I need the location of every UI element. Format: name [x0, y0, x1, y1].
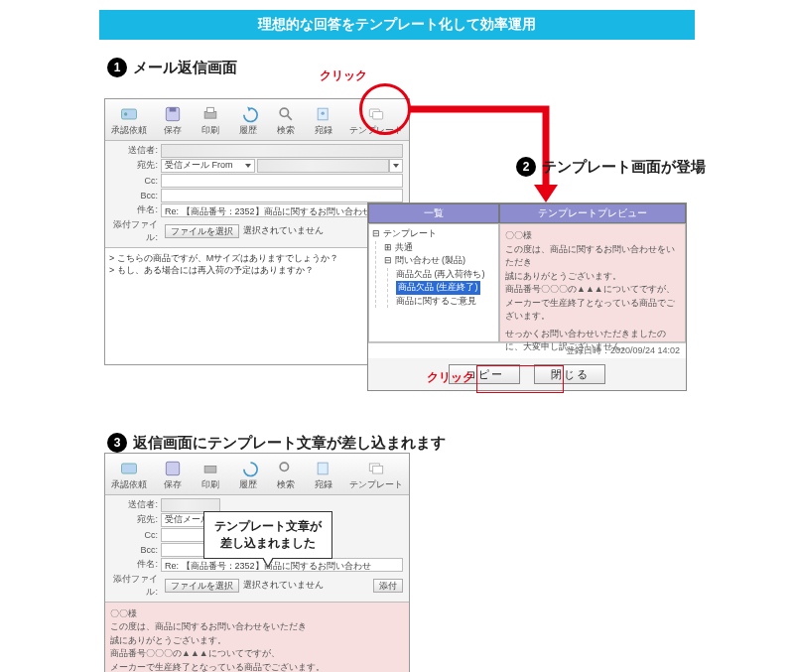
- message-body[interactable]: 〇〇様 この度は、商品に関するお問い合わせをいただき 誠にありがとうございます。…: [105, 602, 409, 672]
- addressbook-button[interactable]: 宛録: [312, 458, 335, 490]
- choose-file-button[interactable]: ファイルを選択: [165, 224, 239, 238]
- click-label-2: クリック: [427, 369, 474, 386]
- subject-input[interactable]: Re: 【商品番号：2352】商品に関するお問い合わせ: [161, 558, 403, 572]
- to-label: 宛先:: [111, 159, 161, 172]
- undo-button[interactable]: 履歴: [236, 103, 260, 136]
- to-input[interactable]: [257, 159, 389, 173]
- attach-button[interactable]: 添付: [373, 579, 403, 593]
- addressbook-button[interactable]: 宛録: [312, 103, 335, 136]
- approve-button[interactable]: 承認依頼: [111, 458, 147, 490]
- save-button[interactable]: 保存: [161, 103, 185, 136]
- print-button[interactable]: 印刷: [198, 458, 222, 490]
- svg-rect-11: [373, 112, 383, 120]
- tree-item[interactable]: 商品に関するご意見: [396, 295, 495, 309]
- search-button[interactable]: 検索: [274, 458, 298, 490]
- svg-line-7: [288, 116, 292, 120]
- template-tree[interactable]: ⊟ テンプレート ⊞ 共通 ⊟ 問い合わせ (製品) 商品欠品 (再入荷待ち) …: [368, 223, 499, 342]
- template-preview: 〇〇様 この度は、商品に関するお問い合わせをいただき 誠にありがとうございます。…: [499, 223, 686, 342]
- tree-item[interactable]: 商品欠品 (再入荷待ち): [396, 268, 495, 282]
- attach-none-text: 選択されていません: [243, 579, 369, 592]
- mail-composer-2: 承認依頼 保存 印刷 履歴 検索 宛録 テンプレート 送信者: 宛先:受信メール…: [104, 453, 410, 672]
- cc-label: Cc:: [111, 530, 161, 540]
- bcc-input[interactable]: [161, 189, 403, 202]
- bcc-label: Bcc:: [111, 191, 161, 201]
- mail-composer-1: 承認依頼 保存 印刷 履歴 検索 宛録 テンプレート 送信者: 宛先:受信メール…: [104, 98, 410, 365]
- cc-input[interactable]: [161, 174, 403, 188]
- attach-none-text: 選択されていません: [243, 224, 369, 237]
- svg-rect-18: [373, 467, 383, 474]
- quoted-line: > もし、ある場合には再入荷の予定はありますか？: [109, 264, 405, 277]
- step1-title: メール返信画面: [133, 59, 237, 77]
- save-button[interactable]: 保存: [161, 458, 185, 490]
- subject-label: 件名:: [111, 558, 161, 571]
- to-extra-select[interactable]: [389, 159, 403, 173]
- step3-bullet: 3: [107, 433, 127, 453]
- to-select[interactable]: 受信メール From: [161, 159, 255, 173]
- to-label: 宛先:: [111, 513, 161, 526]
- choose-file-button[interactable]: ファイルを選択: [165, 579, 239, 593]
- print-button[interactable]: 印刷: [198, 103, 222, 136]
- banner: 理想的な回答をテンプレート化して効率運用: [99, 10, 695, 40]
- step1-heading: 1 メール返信画面: [107, 58, 794, 77]
- svg-point-6: [280, 108, 288, 116]
- bcc-label: Bcc:: [111, 545, 161, 555]
- svg-rect-0: [122, 109, 137, 119]
- svg-rect-13: [166, 462, 179, 474]
- svg-rect-12: [122, 464, 137, 473]
- svg-point-1: [124, 112, 127, 115]
- search-button[interactable]: 検索: [274, 103, 298, 136]
- quoted-line: > こちらの商品ですが、Mサイズはありますでしょうか？: [109, 252, 405, 265]
- undo-button[interactable]: 履歴: [236, 458, 260, 490]
- svg-rect-3: [170, 107, 177, 111]
- step1-bullet: 1: [107, 58, 127, 77]
- svg-rect-14: [204, 467, 216, 473]
- svg-rect-16: [318, 463, 328, 474]
- close-button[interactable]: 閉じる: [534, 364, 605, 384]
- attach-label: 添付ファイル:: [111, 573, 161, 599]
- step2-bullet: 2: [516, 157, 536, 177]
- svg-rect-5: [207, 107, 214, 112]
- approve-button[interactable]: 承認依頼: [111, 103, 147, 136]
- header-fields: 送信者: 宛先:受信メール From Cc: Bcc: 件名:Re: 【商品番号…: [105, 141, 409, 247]
- toolbar: 承認依頼 保存 印刷 履歴 検索 宛録 テンプレート: [105, 454, 409, 495]
- from-input[interactable]: [161, 498, 220, 512]
- svg-point-9: [322, 112, 325, 115]
- from-label: 送信者:: [111, 144, 161, 157]
- from-input[interactable]: [161, 144, 403, 158]
- template-button-row: コピー 閉じる: [368, 358, 686, 390]
- step3-title: 返信画面にテンプレート文章が差し込まれます: [133, 434, 446, 453]
- template-dialog: 一覧 テンプレートプレビュー ⊟ テンプレート ⊞ 共通 ⊟ 問い合わせ (製品…: [367, 202, 687, 391]
- svg-point-15: [280, 463, 288, 470]
- subject-label: 件名:: [111, 203, 161, 216]
- template-button[interactable]: テンプレート: [349, 103, 403, 136]
- speech-bubble: テンプレート文章が 差し込まれました: [203, 511, 332, 559]
- step3-heading: 3 返信画面にテンプレート文章が差し込まれます: [107, 433, 446, 453]
- cc-label: Cc:: [111, 176, 161, 186]
- step2-title: テンプレート画面が登場: [542, 158, 706, 177]
- list-column-header: 一覧: [368, 203, 499, 223]
- step2-heading: 2 テンプレート画面が登場: [516, 157, 706, 177]
- preview-column-header: テンプレートプレビュー: [499, 203, 686, 223]
- click-label-1: クリック: [320, 67, 367, 84]
- from-label: 送信者:: [111, 498, 161, 511]
- message-body[interactable]: > こちらの商品ですが、Mサイズはありますでしょうか？ > もし、ある場合には再…: [105, 247, 409, 364]
- template-button[interactable]: テンプレート: [349, 458, 403, 490]
- inserted-template-text: 〇〇様 この度は、商品に関するお問い合わせをいただき 誠にありがとうございます。…: [105, 603, 409, 672]
- tree-item-selected[interactable]: 商品欠品 (生産終了): [396, 281, 480, 295]
- toolbar: 承認依頼 保存 印刷 履歴 検索 宛録 テンプレート: [105, 99, 409, 141]
- attach-label: 添付ファイル:: [111, 218, 161, 244]
